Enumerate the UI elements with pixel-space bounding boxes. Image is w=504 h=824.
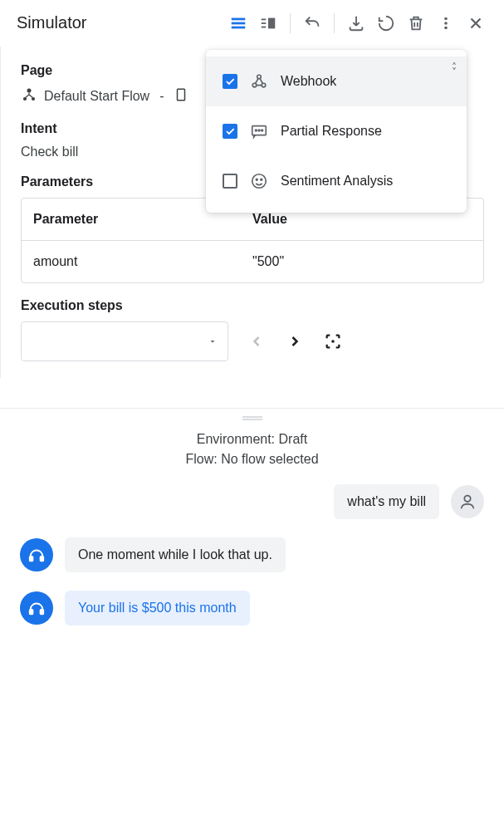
svg-rect-2 [232,26,246,28]
header: Simulator [0,0,504,47]
flow-icon [21,86,37,106]
svg-point-14 [331,340,335,343]
param-name: amount [33,254,252,269]
bot-avatar [20,538,53,571]
svg-rect-3 [262,18,267,20]
svg-point-7 [444,17,448,20]
svg-point-26 [262,130,263,131]
env-line: Environment: Draft [20,429,484,449]
flow-separator: - [159,89,164,104]
scroll-handle-icon[interactable]: ˄˅ [452,65,457,75]
svg-rect-1 [232,22,246,24]
bot-message-row: One moment while I look that up. [20,537,484,572]
col-value: Value [252,212,472,227]
col-parameter: Parameter [33,212,252,227]
checkbox-unchecked[interactable] [223,174,237,189]
environment-info: Environment: Draft Flow: No flow selecte… [20,429,484,469]
execution-label: Execution steps [21,298,484,313]
svg-point-24 [255,130,257,131]
chat-area: Environment: Draft Flow: No flow selecte… [0,429,504,664]
divider [290,13,291,33]
menu-item-sentiment[interactable]: Sentiment Analysis [206,156,467,206]
webhook-icon [249,71,269,91]
undo-icon[interactable] [301,12,324,35]
bot-message: One moment while I look that up. [65,537,286,572]
flow-name: Default Start Flow [44,89,149,104]
toolbar [227,12,487,35]
download-icon[interactable] [345,12,368,35]
svg-point-15 [464,496,470,502]
svg-rect-16 [30,557,33,562]
delete-icon[interactable] [404,12,428,35]
svg-point-9 [444,26,448,29]
param-value: "500" [252,254,472,269]
svg-rect-4 [262,22,267,24]
user-message: what's my bill [334,484,439,519]
table-row: amount "500" [22,241,483,282]
resize-handle[interactable] [0,409,504,429]
divider [334,13,335,33]
app-title: Simulator [17,13,227,32]
svg-point-29 [261,179,262,180]
execution-controls [21,321,484,361]
menu-label: Sentiment Analysis [281,174,393,189]
next-step-icon[interactable] [285,331,305,351]
sentiment-icon [249,171,269,191]
svg-rect-0 [232,17,246,20]
options-dropdown: ˄˅ Webhook Partial Response Sentiment An… [206,50,467,213]
bot-message-link[interactable]: Your bill is $500 this month [65,591,250,625]
prev-step-icon [247,331,267,351]
menu-label: Partial Response [281,124,382,139]
focus-icon[interactable] [323,331,343,351]
bot-avatar [20,591,53,625]
svg-point-10 [27,89,32,93]
svg-point-8 [444,22,448,25]
checkbox-checked[interactable] [223,124,237,139]
checkbox-checked[interactable] [223,74,237,89]
svg-rect-17 [41,557,44,562]
view-stream-icon[interactable] [227,12,250,35]
menu-item-partial-response[interactable]: Partial Response [206,106,467,156]
svg-point-27 [252,174,267,189]
svg-point-28 [256,179,257,180]
svg-rect-13 [178,89,185,101]
svg-point-25 [258,130,260,131]
chevron-down-icon [208,336,218,346]
menu-item-webhook[interactable]: Webhook [206,56,467,106]
chat-icon [249,121,269,141]
refresh-icon[interactable] [374,12,398,35]
svg-rect-6 [268,17,275,28]
svg-rect-19 [41,610,44,615]
svg-rect-5 [262,26,267,27]
more-icon[interactable] [434,12,458,35]
execution-step-select[interactable] [21,321,228,361]
flow-line: Flow: No flow selected [20,449,484,469]
bot-message-row: Your bill is $500 this month [20,591,484,625]
menu-label: Webhook [281,74,336,89]
user-avatar [451,485,484,518]
close-icon[interactable] [464,12,487,35]
svg-rect-18 [30,610,33,615]
page-icon [174,87,188,105]
user-message-row: what's my bill [20,484,484,519]
view-split-icon[interactable] [257,12,280,35]
